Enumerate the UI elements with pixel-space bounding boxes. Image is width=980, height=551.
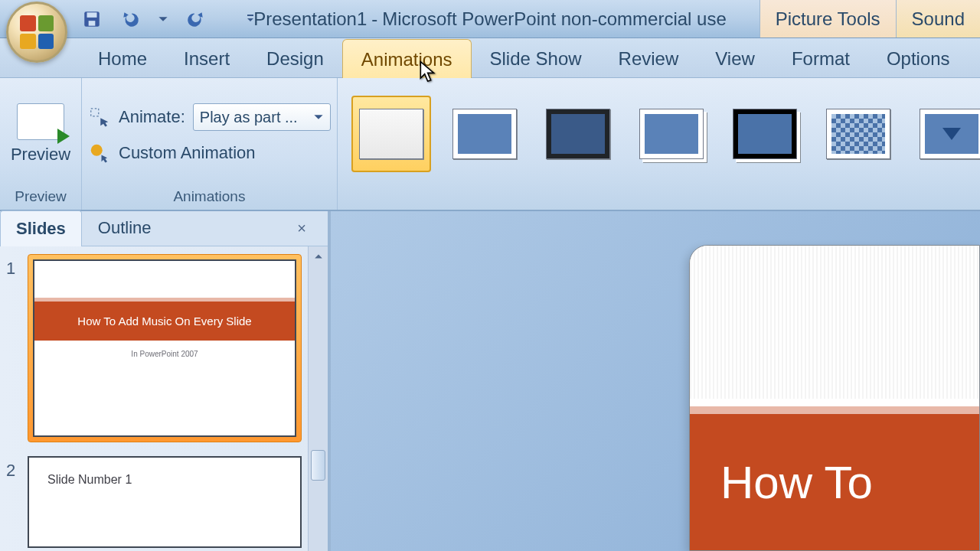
slide-2-title: Slide Number 1 [47,473,132,487]
slides-scrollbar[interactable] [308,246,328,551]
slides-list: 1 How To Add Music On Every Slide In Pow… [0,246,308,551]
panel-tabs: Slides Outline × [0,211,328,246]
slide-entry[interactable]: 1 How To Add Music On Every Slide In Pow… [6,254,302,442]
slide-entry[interactable]: 2 Slide Number 1 [6,456,302,548]
save-icon[interactable] [80,7,104,31]
animate-row: Animate: Play as part ... [88,103,331,131]
transition-wipe-down[interactable] [912,96,980,172]
custom-animation-button[interactable]: Custom Animation [88,142,331,165]
tab-design[interactable]: Design [248,39,342,77]
tab-home[interactable]: Home [80,39,165,77]
slide-1-title: How To Add Music On Every Slide [34,298,295,341]
context-tab-picture-tools[interactable]: Picture Tools [760,0,896,37]
tab-format[interactable]: Format [773,39,868,77]
svg-rect-1 [87,12,97,17]
transition-none[interactable] [351,96,431,172]
panel-close-button[interactable]: × [292,219,311,237]
qat-customize-icon[interactable] [243,7,257,31]
tab-review[interactable]: Review [600,39,697,77]
ribbon-tabs: Home Insert Design Animations Slide Show… [0,38,980,78]
group-animations: Animate: Play as part ... Custom Animati… [82,78,338,210]
panel-tab-slides[interactable]: Slides [0,210,82,246]
group-label-animations: Animations [88,185,331,210]
tab-view[interactable]: View [697,39,773,77]
custom-animation-icon [88,142,111,165]
slide-title-text: How To [720,456,873,509]
app-name: Microsoft PowerPoint non-commercial use [382,8,727,29]
svg-rect-4 [91,109,99,116]
context-tab-sound[interactable]: Sound [896,0,980,37]
transition-dissolve[interactable] [818,96,898,172]
office-logo-icon [20,15,54,49]
ribbon: Preview Preview Animate: Play as part ..… [0,78,980,211]
slide-thumbnail[interactable]: Slide Number 1 [28,456,302,548]
preview-label: Preview [11,145,70,165]
scroll-track[interactable] [309,266,328,549]
animate-icon [88,106,111,129]
slide-canvas[interactable]: How To [331,211,980,551]
preview-button[interactable]: Preview [6,103,75,165]
custom-animation-label: Custom Animation [119,143,256,163]
tab-options[interactable]: Options [868,39,969,77]
scroll-up-icon[interactable] [309,246,328,266]
work-area: Slides Outline × 1 How To Add Music On E… [0,211,980,551]
chevron-down-icon [313,112,324,122]
office-button[interactable] [6,2,67,63]
slide-1-subtitle: In PowerPoint 2007 [131,350,198,358]
transition-fade-through-black[interactable] [538,96,618,172]
main-slide[interactable]: How To [689,245,980,551]
group-transitions [338,78,980,210]
contextual-tabs: Picture Tools Sound [760,0,980,37]
animate-dropdown[interactable]: Play as part ... [193,103,331,131]
undo-icon[interactable] [118,7,142,31]
quick-access-toolbar [80,0,257,37]
tab-insert[interactable]: Insert [165,39,248,77]
slide-background [690,246,979,399]
svg-rect-3 [247,15,253,16]
group-preview: Preview Preview [0,78,82,210]
title-bar: Presentation1-Microsoft PowerPoint non-c… [0,0,980,38]
redo-icon[interactable] [184,7,208,31]
slides-panel: Slides Outline × 1 How To Add Music On E… [0,211,331,551]
animate-value: Play as part ... [200,109,298,126]
slide-number: 1 [6,254,21,442]
doc-name: Presentation1 [253,8,367,29]
slide-thumbnail-selected[interactable]: How To Add Music On Every Slide In Power… [28,254,302,442]
transition-cut[interactable] [632,96,711,172]
svg-point-5 [91,145,103,156]
slide-number: 2 [6,456,21,548]
panel-tab-outline[interactable]: Outline [82,210,168,246]
group-label-transitions [344,185,980,210]
scroll-thumb[interactable] [311,450,325,481]
animate-label: Animate: [119,107,185,127]
transition-gallery [344,96,980,172]
tab-animations[interactable]: Animations [342,39,472,78]
slide-title-band: How To [690,406,979,550]
undo-dropdown-icon[interactable] [156,7,170,31]
preview-icon [17,103,64,140]
transition-cut-through-black[interactable] [725,96,805,172]
group-label-preview: Preview [6,185,75,210]
transition-fade[interactable] [445,96,524,172]
svg-rect-2 [89,21,96,25]
tab-slide-show[interactable]: Slide Show [472,39,600,77]
